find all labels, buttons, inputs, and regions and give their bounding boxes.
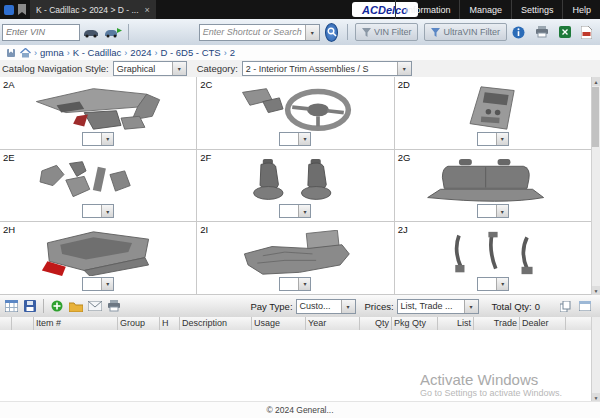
browser-tab[interactable]: K - Cadillac > 2024 > D - ... × xyxy=(30,0,156,19)
part-image-steering-wheel[interactable] xyxy=(220,85,370,133)
cell-label: 2E xyxy=(3,152,15,163)
menu-information[interactable]: Information xyxy=(395,0,459,19)
save-icon[interactable] xyxy=(22,298,38,314)
cell-qty-select[interactable]: ▾ xyxy=(279,132,311,146)
nav-style-value: Graphical xyxy=(114,62,172,75)
main-toolbar: Enter Shortcut or Search ▾ VIN Filter Ul… xyxy=(0,19,600,46)
col-pkg-qty[interactable]: Pkg Qty xyxy=(392,317,438,330)
print-icon[interactable] xyxy=(106,298,122,314)
cell-qty-select[interactable]: ▾ xyxy=(477,277,509,291)
pin-icon[interactable] xyxy=(18,4,26,15)
category-select[interactable]: 2 - Interior Trim Assemblies / S ▾ xyxy=(242,61,412,76)
ultravin-filter-label: UltraVIN Filter xyxy=(443,27,500,37)
watermark-subtitle: Go to Settings to activate Windows. xyxy=(420,388,562,398)
scrollbar-thumb[interactable] xyxy=(592,87,599,147)
chevron-down-icon[interactable]: ▾ xyxy=(464,300,478,313)
cell-qty-select[interactable]: ▾ xyxy=(82,132,114,146)
search-button[interactable] xyxy=(325,23,339,42)
home-icon[interactable] xyxy=(20,48,31,58)
breadcrumb-gmna[interactable]: gmna xyxy=(40,47,64,58)
nav-style-select[interactable]: Graphical ▾ xyxy=(113,61,187,76)
part-image-pedal-brackets[interactable] xyxy=(23,158,173,206)
breadcrumb-year[interactable]: 2024 xyxy=(130,47,151,58)
catalog-cell-2I[interactable]: 2I ▾ xyxy=(197,222,394,295)
pdf-icon[interactable] xyxy=(581,26,592,39)
menu-help[interactable]: Help xyxy=(562,0,600,19)
breadcrumb-model[interactable]: D - 6D5 - CTS xyxy=(160,47,220,58)
vin-decode-icon[interactable] xyxy=(104,27,122,38)
col-list[interactable]: List xyxy=(438,317,474,330)
catalog-cell-2D[interactable]: 2D ▾ xyxy=(395,77,592,150)
col-description[interactable]: Description xyxy=(180,317,252,330)
pay-type-select[interactable]: Custo... ▾ xyxy=(296,299,356,314)
breadcrumb-category[interactable]: 2 xyxy=(230,47,235,58)
print-icon[interactable] xyxy=(535,26,549,38)
vin-filter-button[interactable]: VIN Filter xyxy=(355,23,419,41)
cell-qty-select[interactable]: ▾ xyxy=(477,204,509,218)
close-icon[interactable]: × xyxy=(145,5,150,15)
part-image-center-console[interactable] xyxy=(418,85,568,133)
cell-qty-select[interactable]: ▾ xyxy=(477,132,509,146)
open-folder-icon[interactable] xyxy=(68,298,84,314)
cell-qty-select[interactable]: ▾ xyxy=(82,277,114,291)
cell-label: 2C xyxy=(200,79,212,90)
grid-view-icon[interactable] xyxy=(3,298,19,314)
chevron-down-icon[interactable]: ▾ xyxy=(172,62,186,75)
catalog-cell-2C[interactable]: 2C ▾ xyxy=(197,77,394,150)
col-usage[interactable]: Usage xyxy=(252,317,306,330)
col-dealer[interactable]: Dealer xyxy=(520,317,566,330)
grid-scrollbar[interactable]: ▲ ▼ xyxy=(591,77,600,295)
vehicle-icon[interactable] xyxy=(82,27,100,38)
part-image-instrument-panel[interactable] xyxy=(23,85,173,133)
col-item[interactable]: Item # xyxy=(34,317,118,330)
catalog-cell-2G[interactable]: 2G ▾ xyxy=(395,150,592,223)
expand-window-icon[interactable] xyxy=(577,298,593,314)
prices-select[interactable]: List, Trade ... ▾ xyxy=(397,299,479,314)
cell-qty-select[interactable]: ▾ xyxy=(82,204,114,218)
breadcrumb-make[interactable]: K - Cadillac xyxy=(73,47,122,58)
vin-input[interactable] xyxy=(2,24,80,41)
chevron-down-icon[interactable]: ▾ xyxy=(397,62,411,75)
part-image-trunk-trim[interactable] xyxy=(23,230,173,278)
col-h[interactable]: H xyxy=(160,317,180,330)
part-image-seat-belts[interactable] xyxy=(418,230,568,278)
cell-qty-select[interactable]: ▾ xyxy=(279,204,311,218)
chevron-down-icon: ▾ xyxy=(298,205,310,217)
col-trade[interactable]: Trade xyxy=(474,317,520,330)
catalog-cell-2F[interactable]: 2F ▾ xyxy=(197,150,394,223)
catalog-cell-2J[interactable]: 2J ▾ xyxy=(395,222,592,295)
part-image-front-seats[interactable] xyxy=(220,158,370,206)
bookmark-icon[interactable] xyxy=(6,48,16,58)
part-image-floor-carpet[interactable] xyxy=(220,230,370,278)
menu-settings[interactable]: Settings xyxy=(511,0,563,19)
app-icon[interactable] xyxy=(4,5,14,15)
top-menu: Information Manage Settings Help xyxy=(395,0,600,19)
col-group[interactable]: Group xyxy=(118,317,160,330)
col-handle xyxy=(0,317,12,330)
chevron-down-icon[interactable]: ▾ xyxy=(305,25,319,40)
copy-icon[interactable] xyxy=(557,298,573,314)
email-icon[interactable] xyxy=(87,298,103,314)
info-icon[interactable] xyxy=(512,26,525,39)
shortcut-search-combobox[interactable]: Enter Shortcut or Search ▾ xyxy=(199,24,320,41)
add-icon[interactable] xyxy=(49,298,65,314)
col-qty[interactable]: Qty xyxy=(360,317,392,330)
prices-label: Prices: xyxy=(365,301,394,312)
table-scrollbar[interactable]: ▼ xyxy=(591,317,600,402)
export-icon[interactable] xyxy=(559,26,571,38)
catalog-cell-2A[interactable]: 2A ▾ xyxy=(0,77,197,150)
part-image-rear-seat[interactable] xyxy=(418,158,568,206)
col-year[interactable]: Year xyxy=(306,317,360,330)
col-select xyxy=(12,317,34,330)
menu-manage[interactable]: Manage xyxy=(459,0,511,19)
scroll-down-icon[interactable]: ▼ xyxy=(592,286,600,295)
catalog-cell-2H[interactable]: 2H ▾ xyxy=(0,222,197,295)
catalog-cell-2E[interactable]: 2E ▾ xyxy=(0,150,197,223)
ultravin-filter-button[interactable]: UltraVIN Filter xyxy=(424,23,507,41)
chevron-down-icon: ▾ xyxy=(496,278,508,290)
cell-qty-select[interactable]: ▾ xyxy=(279,277,311,291)
chevron-right-icon: › xyxy=(34,48,37,58)
chevron-down-icon[interactable]: ▾ xyxy=(341,300,355,313)
divider xyxy=(43,299,44,313)
scroll-up-icon[interactable]: ▲ xyxy=(592,77,600,86)
